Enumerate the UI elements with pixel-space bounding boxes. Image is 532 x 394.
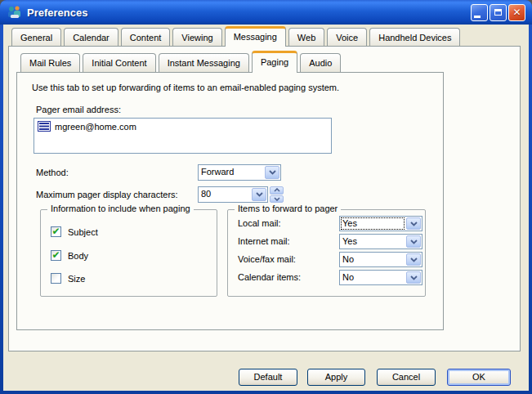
- pager-email-item[interactable]: mgreen@home.com: [34, 119, 331, 134]
- maximize-button[interactable]: [490, 4, 507, 21]
- max-chars-value: 80: [199, 187, 251, 202]
- size-checkbox[interactable]: [51, 273, 61, 284]
- pager-email-list[interactable]: mgreen@home.com: [34, 118, 332, 154]
- forward-group: Items to forward to pager Local mail: Ye…: [227, 209, 426, 297]
- voice-fax-mail-value: No: [340, 253, 405, 266]
- body-label: Body: [68, 251, 88, 261]
- include-group-title: Information to include when paging: [47, 204, 194, 213]
- internet-mail-dropdown-button[interactable]: [406, 235, 421, 248]
- checkbox-row: ✔ Body: [51, 250, 88, 261]
- check-icon: ✔: [51, 250, 60, 260]
- chevron-down-icon: [410, 275, 418, 280]
- pager-address-icon: [38, 121, 51, 132]
- tab-instant-messaging[interactable]: Instant Messaging: [159, 53, 249, 72]
- minimize-icon: [474, 16, 481, 18]
- subject-checkbox[interactable]: ✔: [51, 226, 61, 237]
- tab-description: Use this tab to set up forwarding of ite…: [32, 83, 339, 92]
- main-tab-strip: General Calendar Content Viewing Messagi…: [11, 26, 463, 47]
- internet-mail-label: Internet mail:: [238, 236, 290, 246]
- local-mail-combo[interactable]: Yes: [339, 216, 422, 231]
- max-chars-combo[interactable]: 80: [198, 186, 268, 203]
- chevron-down-icon: [256, 192, 263, 197]
- subject-label: Subject: [68, 227, 98, 237]
- size-label: Size: [68, 274, 85, 284]
- chevron-up-icon: [274, 188, 280, 192]
- body-checkbox[interactable]: ✔: [51, 250, 61, 261]
- titlebar-buttons: ✕: [471, 4, 525, 21]
- calendar-items-label: Calendar items:: [238, 272, 301, 282]
- local-mail-dropdown-button[interactable]: [406, 217, 421, 230]
- internet-mail-combo[interactable]: Yes: [339, 234, 422, 249]
- apply-button[interactable]: Apply: [307, 369, 365, 386]
- app-icon: [7, 5, 23, 20]
- method-label: Method:: [36, 168, 69, 177]
- cancel-button[interactable]: Cancel: [377, 369, 436, 386]
- chevron-down-icon: [274, 197, 280, 201]
- checkbox-row: Size: [51, 273, 85, 284]
- method-combo[interactable]: Forward: [198, 164, 281, 181]
- calendar-items-value: No: [340, 271, 405, 284]
- pager-email-label: Pager email address:: [36, 105, 121, 114]
- calendar-items-dropdown-button[interactable]: [406, 271, 421, 284]
- messaging-tab-strip: Mail Rules Initial Content Instant Messa…: [20, 51, 343, 73]
- voice-fax-mail-dropdown-button[interactable]: [406, 253, 421, 266]
- local-mail-label: Local mail:: [238, 218, 281, 228]
- pager-email-value: mgreen@home.com: [55, 122, 136, 132]
- tab-initial-content[interactable]: Initial Content: [83, 53, 155, 72]
- internet-mail-value: Yes: [340, 235, 405, 248]
- tab-web[interactable]: Web: [288, 28, 324, 46]
- max-chars-label: Maximum pager display characters:: [36, 190, 178, 199]
- close-icon: ✕: [512, 7, 521, 17]
- titlebar[interactable]: Preferences ✕: [0, 0, 532, 25]
- maximize-icon: [494, 9, 502, 16]
- default-button[interactable]: Default: [239, 369, 297, 386]
- tab-calendar[interactable]: Calendar: [64, 28, 118, 46]
- minimize-button[interactable]: [471, 4, 488, 21]
- ok-button[interactable]: OK: [447, 369, 511, 386]
- chevron-down-icon: [410, 240, 418, 244]
- window-title: Preferences: [27, 7, 471, 19]
- tab-content[interactable]: Content: [121, 28, 171, 46]
- chevron-down-icon: [269, 170, 276, 175]
- method-dropdown-button[interactable]: [265, 166, 279, 179]
- tab-paging[interactable]: Paging: [252, 51, 297, 73]
- voice-fax-mail-label: Voice/fax mail:: [238, 254, 296, 264]
- tab-mail-rules[interactable]: Mail Rules: [20, 53, 80, 72]
- max-chars-dropdown-button[interactable]: [252, 188, 266, 201]
- preferences-window: Preferences ✕ General Calendar Content V…: [0, 0, 532, 394]
- checkbox-row: ✔ Subject: [51, 226, 98, 237]
- chevron-down-icon: [410, 222, 418, 226]
- include-group: Information to include when paging ✔ Sub…: [40, 209, 217, 297]
- chevron-down-icon: [410, 257, 418, 262]
- tab-handheld-devices[interactable]: Handheld Devices: [369, 28, 460, 46]
- check-icon: ✔: [51, 226, 60, 236]
- forward-group-title: Items to forward to pager: [235, 204, 341, 213]
- close-button[interactable]: ✕: [508, 4, 525, 21]
- tab-voice[interactable]: Voice: [327, 28, 367, 46]
- local-mail-value: Yes: [340, 217, 405, 231]
- max-chars-spinner: [270, 186, 284, 203]
- spinner-up-button[interactable]: [270, 186, 284, 195]
- calendar-items-combo[interactable]: No: [339, 270, 422, 285]
- tab-general[interactable]: General: [11, 28, 61, 46]
- tab-viewing[interactable]: Viewing: [172, 28, 221, 46]
- spinner-down-button[interactable]: [270, 195, 284, 204]
- voice-fax-mail-combo[interactable]: No: [339, 252, 422, 267]
- tab-messaging[interactable]: Messaging: [225, 26, 286, 47]
- method-value: Forward: [199, 165, 264, 180]
- tab-audio[interactable]: Audio: [300, 53, 341, 72]
- paging-tab-panel: Use this tab to set up forwarding of ite…: [16, 72, 444, 330]
